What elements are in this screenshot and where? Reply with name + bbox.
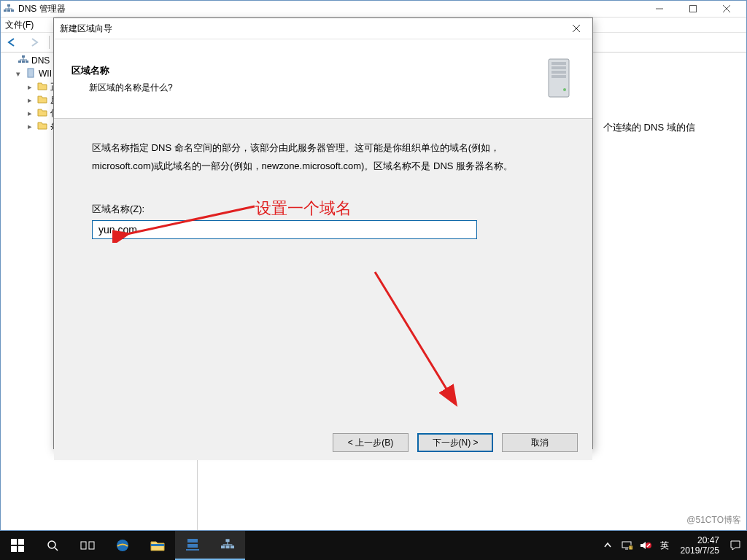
wizard-header-subtitle: 新区域的名称是什么?	[71, 82, 531, 94]
new-zone-wizard-dialog: 新建区域向导 区域名称 新区域的名称是什么? 区域名称指定 DNS 命名空间的部…	[53, 18, 593, 449]
clock-date: 2019/7/25	[681, 545, 719, 556]
svg-rect-31	[18, 546, 24, 552]
chevron-right-icon[interactable]: ▸	[26, 82, 34, 92]
svg-rect-29	[18, 539, 24, 545]
folder-icon	[37, 82, 47, 93]
dns-window-title: DNS 管理器	[18, 1, 638, 17]
taskbar[interactable]: ! 英 20:47 2019/7/25	[0, 531, 747, 560]
details-text: 个连续的 DNS 域的信	[603, 121, 735, 134]
svg-rect-39	[187, 544, 198, 548]
svg-line-33	[55, 548, 58, 551]
start-button[interactable]	[0, 531, 35, 560]
svg-rect-3	[4, 9, 7, 12]
annotation-set-domain: 设置一个域名	[255, 198, 352, 219]
dns-manager-taskbar-button[interactable]	[210, 531, 245, 560]
nav-forward-button[interactable]	[26, 34, 43, 51]
svg-rect-7	[690, 6, 697, 12]
tree-label: WII	[39, 69, 52, 79]
folder-icon	[37, 121, 47, 132]
zone-name-input[interactable]	[92, 220, 477, 239]
svg-rect-44	[221, 545, 225, 548]
folder-icon	[37, 95, 47, 106]
network-icon[interactable]: !	[619, 531, 634, 560]
dns-root-icon	[18, 55, 28, 67]
task-view-button[interactable]	[70, 531, 105, 560]
volume-icon[interactable]	[638, 531, 653, 560]
wizard-cancel-button[interactable]: 取消	[502, 433, 578, 452]
svg-rect-41	[225, 539, 229, 542]
svg-rect-30	[11, 546, 17, 552]
server-manager-button[interactable]	[175, 531, 210, 560]
svg-rect-4	[7, 9, 10, 12]
menu-file[interactable]: 文件(F)	[5, 19, 34, 31]
window-controls	[643, 1, 743, 17]
svg-rect-24	[551, 75, 566, 78]
dns-window-titlebar[interactable]: DNS 管理器	[1, 1, 746, 18]
svg-rect-23	[551, 71, 566, 74]
wizard-header: 区域名称 新区域的名称是什么?	[54, 39, 592, 119]
system-tray: ! 英 20:47 2019/7/25	[600, 531, 747, 560]
toolbar-separator	[49, 36, 50, 49]
file-explorer-button[interactable]	[140, 531, 175, 560]
svg-rect-11	[22, 55, 25, 58]
svg-rect-14	[18, 61, 21, 63]
wizard-next-button[interactable]: 下一步(N) >	[417, 433, 493, 452]
ie-app-button[interactable]	[105, 531, 140, 560]
action-center-button[interactable]	[728, 531, 743, 560]
svg-line-27	[375, 272, 455, 403]
svg-rect-21	[551, 62, 566, 65]
annotation-arrow-2-icon	[360, 265, 506, 411]
nav-back-button[interactable]	[4, 34, 21, 51]
svg-rect-40	[186, 549, 199, 551]
wizard-body-description: 区域名称指定 DNS 命名空间的部分，该部分由此服务器管理。这可能是你组织单位的…	[92, 139, 554, 175]
ime-indicator[interactable]: 英	[657, 531, 672, 560]
taskbar-clock[interactable]: 20:47 2019/7/25	[676, 535, 724, 556]
maximize-button[interactable]	[676, 1, 710, 17]
wizard-header-title: 区域名称	[71, 64, 531, 77]
watermark: @51CTO博客	[686, 514, 741, 526]
svg-point-32	[48, 541, 55, 548]
svg-rect-17	[28, 69, 34, 77]
server-tower-icon	[543, 55, 575, 102]
tray-overflow-button[interactable]	[600, 531, 615, 560]
chevron-right-icon[interactable]: ▸	[26, 96, 34, 105]
svg-rect-34	[81, 542, 86, 549]
svg-point-25	[563, 88, 566, 91]
folder-icon	[37, 108, 47, 119]
svg-rect-35	[89, 542, 94, 549]
svg-rect-37	[151, 544, 164, 546]
svg-rect-45	[225, 545, 229, 548]
dns-app-icon	[4, 4, 14, 14]
wizard-body: 区域名称指定 DNS 命名空间的部分，该部分由此服务器管理。这可能是你组织单位的…	[54, 119, 592, 425]
wizard-close-button[interactable]	[566, 20, 587, 37]
svg-rect-0	[7, 4, 10, 7]
wizard-back-button[interactable]: < 上一步(B)	[333, 433, 409, 452]
wizard-titlebar[interactable]: 新建区域向导	[54, 18, 592, 39]
svg-rect-28	[11, 539, 17, 545]
clock-time: 20:47	[681, 535, 719, 545]
tree-label: DNS	[31, 55, 50, 66]
minimize-button[interactable]	[643, 1, 676, 17]
wizard-title: 新建区域向导	[60, 23, 566, 35]
svg-rect-38	[187, 539, 198, 542]
svg-rect-5	[11, 9, 14, 12]
close-button[interactable]	[710, 1, 743, 17]
svg-rect-22	[551, 66, 566, 69]
taskbar-search-button[interactable]	[35, 531, 70, 560]
chevron-right-icon[interactable]: ▸	[26, 109, 34, 118]
svg-rect-15	[22, 61, 25, 63]
svg-rect-16	[26, 61, 28, 63]
wizard-footer: < 上一步(B) 下一步(N) > 取消	[54, 425, 592, 460]
svg-rect-46	[231, 545, 234, 548]
chevron-right-icon[interactable]: ▸	[26, 122, 34, 131]
server-icon	[26, 68, 36, 80]
chevron-down-icon[interactable]: ▾	[14, 69, 23, 79]
